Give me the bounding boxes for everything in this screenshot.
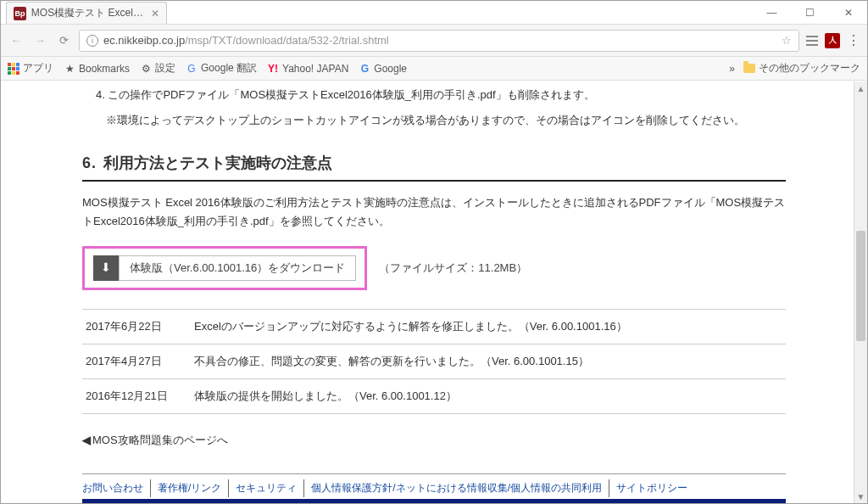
- footer-link[interactable]: お問い合わせ: [82, 479, 151, 496]
- history-table: 2017年6月22日 Excelのバージョンアップに対応するように解答を修正しま…: [82, 309, 786, 414]
- star-icon: ★: [64, 63, 75, 75]
- nav-back-button[interactable]: ←: [8, 32, 25, 49]
- tab-strip: Bp MOS模擬テスト Excel 201 ✕: [1, 1, 167, 24]
- bookmark-yahoo[interactable]: Y!Yahoo! JAPAN: [267, 63, 348, 75]
- bookmark-label: Yahoo! JAPAN: [282, 63, 348, 75]
- reader-icon[interactable]: [806, 36, 818, 46]
- bookmark-gtranslate[interactable]: GGoogle 翻訳: [186, 61, 257, 76]
- page-content: 4. この操作でPDFファイル「MOS模擬テストExcel2016体験版_利用の…: [82, 81, 786, 503]
- footer-links: お問い合わせ 著作権/リンク セキュリティ 個人情報保護方針/ネットにおける情報…: [82, 473, 786, 498]
- bookmark-bookmarks[interactable]: ★Bookmarks: [64, 63, 130, 75]
- tab-favicon: Bp: [14, 7, 26, 20]
- tab-title: MOS模擬テスト Excel 201: [31, 6, 144, 20]
- bookmark-star-icon[interactable]: ☆: [782, 34, 792, 47]
- note-text: ※環境によってデスクトップ上のショートカットアイコンが残る場合がありますので、そ…: [106, 111, 786, 130]
- site-info-icon[interactable]: i: [86, 35, 98, 47]
- window-controls: — ☐ ✕: [753, 1, 867, 24]
- history-date: 2017年4月27日: [86, 352, 170, 371]
- section-number: 6.: [82, 154, 97, 171]
- gear-icon: ⚙: [140, 63, 152, 75]
- omnibox[interactable]: i ec.nikkeibp.co.jp/msp/TXT/download/dat…: [79, 30, 799, 52]
- footer-link[interactable]: 個人情報保護方針/ネットにおける情報収集/個人情報の共同利用: [304, 479, 609, 496]
- history-text: 体験版の提供を開始しました。（Ver. 6.00.1001.12）: [194, 387, 457, 406]
- history-date: 2016年12月21日: [86, 387, 170, 406]
- download-filesize: （ファイルサイズ：11.2MB）: [379, 259, 527, 277]
- apps-label: アプリ: [23, 61, 53, 76]
- translate-icon: G: [186, 63, 198, 75]
- back-link-label: MOS攻略問題集のページへ: [92, 434, 228, 446]
- page-viewport[interactable]: 4. この操作でPDFファイル「MOS模擬テストExcel2016体験版_利用の…: [1, 81, 867, 503]
- copyright-text: copyright(c) 1996-2017 Nikkei Business P…: [426, 501, 779, 503]
- download-button-label: 体験版（Ver.6.00.1001.16）をダウンロード: [119, 255, 356, 281]
- pdf-extension-icon[interactable]: 人: [825, 33, 840, 48]
- bookmark-label: 設定: [155, 61, 175, 76]
- yahoo-icon: Y!: [267, 63, 279, 75]
- section-title: 利用方法とテスト実施時の注意点: [103, 154, 332, 171]
- folder-icon: [743, 64, 755, 73]
- window-maximize-button[interactable]: ☐: [791, 1, 829, 24]
- section-paragraph: MOS模擬テスト Excel 2016体験版のご利用方法とテスト実施時の注意点は…: [82, 193, 786, 231]
- vertical-scrollbar[interactable]: ▲ ▼: [854, 81, 867, 503]
- section-heading-6: 6.利用方法とテスト実施時の注意点: [82, 150, 786, 182]
- browser-window: Bp MOS模擬テスト Excel 201 ✕ — ☐ ✕ ← → ⟳ i ec…: [0, 0, 868, 504]
- history-text: Excelのバージョンアップに対応するように解答を修正しました。（Ver. 6.…: [194, 317, 627, 336]
- download-button[interactable]: ⬇ 体験版（Ver.6.00.1001.16）をダウンロード: [93, 255, 356, 281]
- browser-tab[interactable]: Bp MOS模擬テスト Excel 201 ✕: [6, 2, 167, 24]
- back-link[interactable]: ◀MOS攻略問題集のページへ: [82, 431, 786, 450]
- address-bar: ← → ⟳ i ec.nikkeibp.co.jp/msp/TXT/downlo…: [1, 25, 867, 57]
- numbered-item-4: 4. この操作でPDFファイル「MOS模擬テストExcel2016体験版_利用の…: [82, 86, 786, 104]
- footer-link[interactable]: セキュリティ: [229, 479, 304, 496]
- nav-forward-button[interactable]: →: [31, 32, 48, 49]
- footer-link[interactable]: サイトポリシー: [609, 479, 694, 496]
- bookmarks-bar: アプリ ★Bookmarks ⚙設定 GGoogle 翻訳 Y!Yahoo! J…: [1, 57, 867, 81]
- window-close-button[interactable]: ✕: [829, 1, 867, 24]
- history-text: 不具合の修正、問題文の変更、解答の更新を行いました。（Ver. 6.00.100…: [194, 352, 589, 371]
- download-button-highlight: ⬇ 体験版（Ver.6.00.1001.16）をダウンロード: [82, 246, 367, 290]
- scroll-thumb[interactable]: [856, 231, 865, 341]
- window-minimize-button[interactable]: —: [753, 1, 791, 24]
- bookmark-label: Bookmarks: [79, 63, 130, 75]
- other-bookmarks-label: その他のブックマーク: [759, 61, 860, 76]
- bookmark-settings[interactable]: ⚙設定: [140, 61, 175, 76]
- bookmark-label: Google 翻訳: [201, 61, 257, 76]
- history-row: 2017年6月22日 Excelのバージョンアップに対応するように解答を修正しま…: [82, 310, 786, 344]
- scroll-down-icon[interactable]: ▼: [854, 490, 867, 503]
- scroll-up-icon[interactable]: ▲: [854, 81, 867, 95]
- url-text: ec.nikkeibp.co.jp/msp/TXT/download/data/…: [103, 34, 776, 47]
- download-row: ⬇ 体験版（Ver.6.00.1001.16）をダウンロード （ファイルサイズ：…: [82, 246, 786, 290]
- nav-reload-button[interactable]: ⟳: [55, 32, 72, 49]
- history-row: 2016年12月21日 体験版の提供を開始しました。（Ver. 6.00.100…: [82, 379, 786, 414]
- apps-icon: [8, 63, 19, 75]
- history-row: 2017年4月27日 不具合の修正、問題文の変更、解答の更新を行いました。（Ve…: [82, 344, 786, 379]
- arrow-left-icon: ◀: [82, 434, 91, 446]
- chrome-menu-button[interactable]: ⋮: [847, 32, 860, 48]
- other-bookmarks[interactable]: その他のブックマーク: [743, 61, 860, 76]
- copyright-bar: 日経BP社 copyright(c) 1996-2017 Nikkei Busi…: [82, 499, 786, 503]
- google-icon: G: [359, 63, 370, 75]
- tab-close-icon[interactable]: ✕: [151, 8, 159, 20]
- download-icon: ⬇: [93, 255, 119, 281]
- titlebar: Bp MOS模擬テスト Excel 201 ✕ — ☐ ✕: [1, 1, 867, 25]
- history-date: 2017年6月22日: [86, 317, 170, 336]
- scroll-track[interactable]: [854, 95, 867, 490]
- apps-shortcut[interactable]: アプリ: [8, 61, 53, 76]
- bookmark-label: Google: [374, 63, 407, 75]
- bookmarks-overflow[interactable]: »: [729, 63, 735, 75]
- bookmark-google[interactable]: GGoogle: [359, 63, 407, 75]
- footer-link[interactable]: 著作権/リンク: [151, 479, 229, 496]
- footer-logo: 日経BP社: [89, 501, 138, 503]
